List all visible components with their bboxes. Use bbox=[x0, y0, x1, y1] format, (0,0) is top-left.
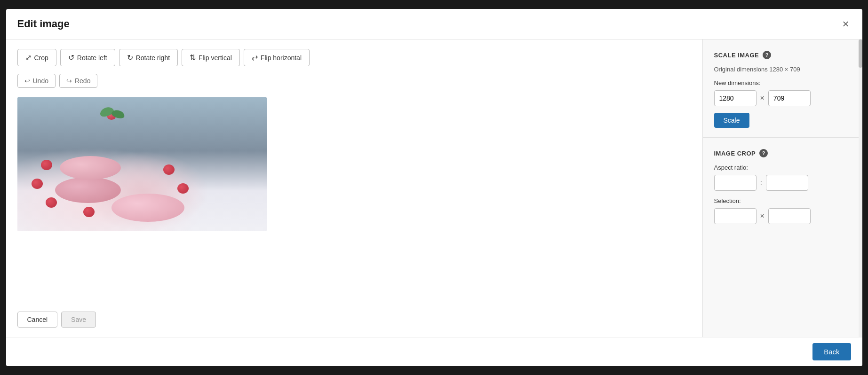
modal-overlay: Edit image × ⤢ Crop ↺ Rotate left bbox=[0, 0, 868, 375]
raspberry-1 bbox=[41, 160, 52, 170]
save-button[interactable]: Save bbox=[61, 312, 96, 328]
new-dimensions-row: × bbox=[714, 90, 851, 106]
undo-label: Undo bbox=[33, 77, 48, 85]
modal-footer: Back bbox=[6, 337, 862, 366]
undo-button[interactable]: ↩ Undo bbox=[17, 74, 56, 88]
selection-separator: × bbox=[760, 212, 764, 220]
cancel-button[interactable]: Cancel bbox=[17, 312, 58, 328]
raspberry-6 bbox=[163, 164, 175, 175]
new-dimensions-label: New dimensions: bbox=[714, 79, 851, 86]
scale-image-title: SCALE IMAGE ? bbox=[714, 51, 851, 59]
undo-icon: ↩ bbox=[24, 77, 30, 85]
scale-height-input[interactable] bbox=[768, 90, 811, 106]
flip-horizontal-button[interactable]: ⇄ Flip horizontal bbox=[244, 49, 310, 66]
back-button[interactable]: Back bbox=[812, 343, 851, 360]
aspect-ratio-row: : bbox=[714, 175, 851, 191]
rotate-right-label: Rotate right bbox=[136, 54, 170, 62]
flip-vertical-button[interactable]: ⇅ Flip vertical bbox=[182, 49, 240, 66]
raspberry-5 bbox=[177, 183, 189, 194]
redo-label: Redo bbox=[75, 77, 90, 85]
edit-image-modal: Edit image × ⤢ Crop ↺ Rotate left bbox=[6, 9, 862, 366]
selection-label: Selection: bbox=[714, 197, 851, 204]
raspberry-2 bbox=[32, 179, 43, 189]
flip-vertical-icon: ⇅ bbox=[190, 53, 196, 62]
aspect-separator: : bbox=[760, 179, 762, 187]
macaron-middle bbox=[60, 156, 121, 180]
scrollbar-thumb[interactable] bbox=[859, 39, 862, 68]
scale-button[interactable]: Scale bbox=[714, 113, 749, 128]
editor-footer: Cancel Save bbox=[17, 304, 691, 328]
redo-button[interactable]: ↪ Redo bbox=[59, 74, 97, 88]
aspect-ratio-label: Aspect ratio: bbox=[714, 164, 851, 171]
crop-label: Crop bbox=[34, 54, 48, 62]
macaron-front bbox=[111, 194, 184, 222]
rotate-left-icon: ↺ bbox=[68, 53, 74, 62]
scale-help-icon[interactable]: ? bbox=[763, 51, 771, 59]
aspect-height-input[interactable] bbox=[766, 175, 808, 191]
editor-area: ⤢ Crop ↺ Rotate left ↻ Rotate right ⇅ Fl… bbox=[6, 39, 702, 337]
crop-icon: ⤢ bbox=[25, 53, 32, 62]
rotate-right-button[interactable]: ↻ Rotate right bbox=[119, 49, 178, 66]
image-crop-section: IMAGE CROP ? Aspect ratio: : Selection: … bbox=[703, 137, 862, 240]
scale-image-section: SCALE IMAGE ? Original dimensions 1280 ×… bbox=[703, 39, 862, 137]
close-button[interactable]: × bbox=[840, 16, 851, 31]
redo-icon: ↪ bbox=[66, 77, 72, 85]
selection-width-input[interactable] bbox=[714, 208, 757, 224]
scale-separator: × bbox=[760, 94, 764, 102]
image-container bbox=[17, 97, 691, 304]
raspberry-3 bbox=[46, 197, 57, 208]
crop-button[interactable]: ⤢ Crop bbox=[17, 49, 56, 66]
image-preview bbox=[17, 97, 267, 231]
raspberry-4 bbox=[83, 207, 95, 217]
selection-row: × bbox=[714, 208, 851, 224]
selection-height-input[interactable] bbox=[768, 208, 811, 224]
image-crop-title: IMAGE CROP ? bbox=[714, 149, 851, 157]
toolbar: ⤢ Crop ↺ Rotate left ↻ Rotate right ⇅ Fl… bbox=[17, 49, 691, 66]
rotate-left-button[interactable]: ↺ Rotate left bbox=[60, 49, 115, 66]
modal-header: Edit image × bbox=[6, 9, 862, 39]
rotate-right-icon: ↻ bbox=[127, 53, 133, 62]
macaron-bottom bbox=[55, 177, 121, 203]
modal-title: Edit image bbox=[17, 18, 70, 30]
crop-help-icon[interactable]: ? bbox=[759, 149, 768, 157]
original-dimensions: Original dimensions 1280 × 709 bbox=[714, 66, 851, 73]
flip-vertical-label: Flip vertical bbox=[199, 54, 232, 62]
flip-horizontal-icon: ⇄ bbox=[252, 53, 258, 62]
scale-width-input[interactable] bbox=[714, 90, 757, 106]
flip-horizontal-label: Flip horizontal bbox=[261, 54, 302, 62]
undo-redo-row: ↩ Undo ↪ Redo bbox=[17, 74, 691, 88]
scrollbar-track bbox=[859, 39, 862, 337]
right-panel: SCALE IMAGE ? Original dimensions 1280 ×… bbox=[702, 39, 862, 337]
modal-body: ⤢ Crop ↺ Rotate left ↻ Rotate right ⇅ Fl… bbox=[6, 39, 862, 337]
rotate-left-label: Rotate left bbox=[77, 54, 107, 62]
aspect-width-input[interactable] bbox=[714, 175, 757, 191]
